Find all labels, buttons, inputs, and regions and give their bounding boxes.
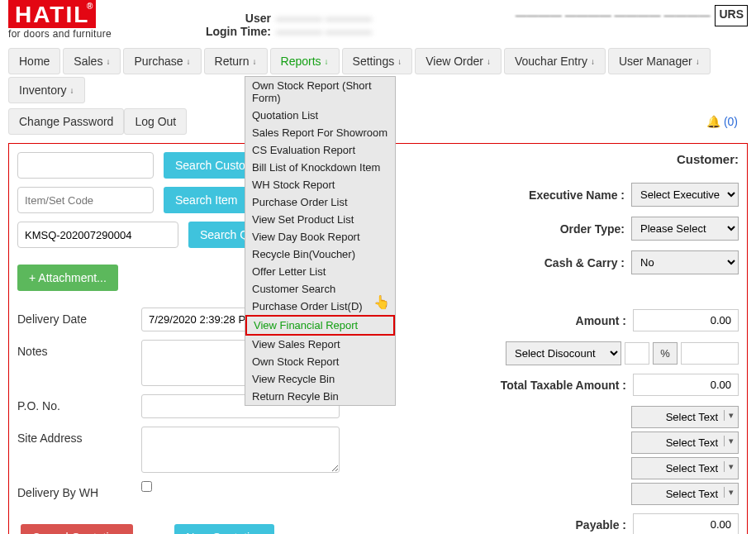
cancel-quotation-button[interactable]: Cancel Quotation — [21, 524, 133, 534]
dropdown-item-view-recycle-bin[interactable]: View Recycle Bin — [245, 370, 395, 388]
tax-select-2[interactable]: Select Text — [631, 431, 739, 454]
search-quotation-input[interactable] — [17, 222, 178, 248]
payable-label: Payable : — [495, 518, 633, 532]
notes-label: Notes — [17, 340, 141, 358]
dropdown-item-own-stock-report-short-form-[interactable]: Own Stock Report (Short Form) — [245, 77, 395, 107]
site-address-label: Site Address — [17, 427, 141, 445]
customer-title: Customer: — [495, 152, 739, 166]
delivery-wh-checkbox[interactable] — [141, 481, 152, 492]
attachment-button[interactable]: + Attachment... — [17, 265, 118, 291]
nav-reports[interactable]: Reports↓ — [270, 48, 340, 74]
chevron-down-icon: ↓ — [106, 57, 110, 66]
dropdown-item-sales-report-for-showroom[interactable]: Sales Report For Showroom — [245, 124, 395, 141]
dropdown-item-view-sales-report[interactable]: View Sales Report — [245, 336, 395, 353]
bell-icon: 🔔 — [706, 115, 720, 128]
dropdown-item-own-stock-report[interactable]: Own Stock Report — [245, 353, 395, 370]
chevron-down-icon: ↓ — [187, 57, 191, 66]
nav-purchase[interactable]: Purchase↓ — [123, 48, 201, 74]
chevron-down-icon: ↓ — [397, 57, 402, 66]
dropdown-item-view-financial-report[interactable]: View Financial Report — [245, 315, 395, 336]
tax-select-1[interactable]: Select Text — [631, 406, 739, 428]
percent-label: % — [653, 342, 678, 365]
amount-label: Amount : — [495, 314, 633, 327]
order-type-label: Order Type: — [495, 222, 631, 236]
search-item-button[interactable]: Search Item — [164, 187, 249, 213]
nav-settings[interactable]: Settings↓ — [342, 48, 413, 74]
dropdown-item-purchase-order-list-d-[interactable]: Purchase Order List(D) — [245, 298, 395, 315]
chevron-down-icon: ↓ — [591, 57, 595, 66]
nav-user-manager[interactable]: User Manager↓ — [608, 48, 711, 74]
taxable-amount-label: Total Taxable Amount : — [495, 379, 633, 392]
nav-change-password[interactable]: Change Password — [8, 108, 124, 135]
taxable-amount-input[interactable] — [633, 374, 739, 396]
discount-select[interactable]: Select Disocount — [506, 341, 621, 365]
notif-count: (0) — [724, 115, 738, 128]
nav-return[interactable]: Return↓ — [204, 48, 268, 74]
payable-input[interactable] — [633, 513, 739, 534]
urs-badge: URS — [715, 5, 748, 26]
nav-home[interactable]: Home — [8, 48, 60, 74]
cash-carry-label: Cash & Carry : — [495, 256, 631, 269]
chevron-down-icon: ↓ — [253, 57, 257, 66]
dropdown-item-return-recyle-bin[interactable]: Return Recyle Bin — [245, 388, 395, 405]
po-no-label: P.O. No. — [17, 394, 141, 412]
new-quotation-button[interactable]: New Quotation — [174, 524, 274, 534]
user-value: ———— ———— — [276, 12, 372, 25]
login-time-label: Login Time: — [197, 25, 271, 38]
dropdown-item-cs-evaluation-report[interactable]: CS Evaluation Report — [245, 141, 395, 159]
user-label: User — [197, 12, 271, 25]
search-customer-input[interactable] — [17, 152, 154, 179]
discount-amount-input[interactable] — [625, 342, 649, 365]
delivery-date-label: Delivery Date — [17, 308, 141, 326]
dropdown-item-offer-letter-list[interactable]: Offer Letter List — [245, 263, 395, 280]
item-set-code-input[interactable] — [17, 187, 154, 213]
discount-result-input[interactable] — [681, 342, 739, 365]
dropdown-item-wh-stock-report[interactable]: WH Stock Report — [245, 176, 395, 193]
navbar: Home Sales↓ Purchase↓ Return↓ Reports↓ S… — [0, 48, 756, 135]
executive-name-select[interactable]: Select Executive — [631, 183, 739, 207]
dropdown-item-bill-list-of-knockdown-item[interactable]: Bill List of Knockdown Item — [245, 159, 395, 176]
nav-sales[interactable]: Sales↓ — [63, 48, 121, 74]
chevron-down-icon: ↓ — [70, 86, 74, 95]
tax-select-4[interactable]: Select Text — [631, 483, 739, 505]
executive-name-label: Executive Name : — [495, 188, 631, 202]
reports-dropdown: Own Stock Report (Short Form)Quotation L… — [245, 76, 396, 406]
nav-view-order[interactable]: View Order↓ — [415, 48, 502, 74]
cash-carry-select[interactable]: No — [631, 250, 739, 274]
site-address-textarea[interactable] — [141, 427, 340, 473]
nav-inventory[interactable]: Inventory↓ — [8, 77, 85, 103]
header-script: ———— ———— ———— ———— — [516, 8, 711, 21]
delivery-wh-label: Delivery By WH — [17, 481, 141, 499]
user-info: User———— ———— Login Time:———— ———— — [197, 12, 372, 38]
tax-select-3[interactable]: Select Text — [631, 457, 739, 479]
chevron-down-icon: ↓ — [325, 57, 329, 66]
chevron-down-icon: ↓ — [487, 57, 491, 66]
notifications[interactable]: 🔔 (0) — [706, 115, 748, 128]
logo-tagline: for doors and furniture — [8, 28, 131, 40]
logo: HATIL for doors and furniture — [8, 0, 131, 40]
order-type-select[interactable]: Please Select — [631, 217, 739, 241]
amount-input[interactable] — [633, 309, 739, 331]
dropdown-item-customer-search[interactable]: Customer Search — [245, 280, 395, 298]
dropdown-item-view-set-product-list[interactable]: View Set Product List — [245, 211, 395, 228]
login-time-value: ———— ———— — [276, 25, 372, 38]
dropdown-item-view-day-book-report[interactable]: View Day Book Report — [245, 228, 395, 246]
nav-voucher[interactable]: Vouchar Entry↓ — [504, 48, 606, 74]
logo-brand: HATIL — [8, 0, 96, 28]
nav-logout[interactable]: Log Out — [124, 108, 187, 135]
dropdown-item-recycle-bin-voucher-[interactable]: Recycle Bin(Voucher) — [245, 246, 395, 263]
dropdown-item-purchase-order-list[interactable]: Purchase Order List — [245, 193, 395, 211]
dropdown-item-quotation-list[interactable]: Quotation List — [245, 107, 395, 124]
chevron-down-icon: ↓ — [696, 57, 700, 66]
